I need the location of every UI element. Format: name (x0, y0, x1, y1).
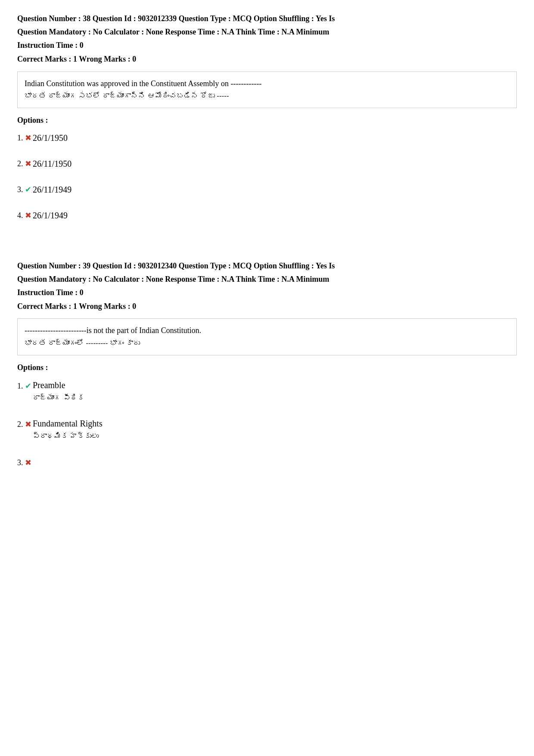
q38-option-2: 2. ✖ 26/11/1950 (17, 157, 517, 171)
q38-option-3-text: 26/11/1949 (33, 183, 71, 196)
q39-option-1-num: 1. ✔ (17, 378, 33, 392)
q38-question-box: Indian Constitution was approved in the … (17, 72, 517, 108)
q39-meta3: Instruction Time : 0 (17, 287, 517, 299)
q39-option-1-text: Preamble రాజ్యాంగ పీఠిక (33, 378, 84, 404)
q39-option-2-num: 2. ✖ (17, 417, 33, 431)
q38-option-1-icon: ✖ (25, 132, 31, 144)
q38-option-4-icon: ✖ (25, 209, 31, 222)
q38-option-4-text: 26/1/1949 (33, 208, 68, 222)
q38-option-3-num: 3. ✔ (17, 183, 33, 196)
q38-question-te: భారత రాజ్యాంగ సభలో రాజ్యాంగాన్ని ఆమోదించ… (25, 90, 509, 103)
q38-option-2-text: 26/11/1950 (33, 157, 71, 171)
q39-option-3: 3. ✖ (17, 455, 517, 469)
q38-option-3-icon: ✔ (25, 184, 31, 196)
q39-meta1: Question Number : 39 Question Id : 90320… (17, 260, 517, 272)
q39-option-2-icon: ✖ (25, 418, 31, 431)
q38-option-3: 3. ✔ 26/11/1949 (17, 183, 517, 196)
q38-option-1-num: 1. ✖ (17, 131, 33, 144)
q38-marks: Correct Marks : 1 Wrong Marks : 0 (17, 53, 517, 65)
q38-option-4: 4. ✖ 26/1/1949 (17, 208, 517, 222)
q38-option-1: 1. ✖ 26/1/1950 (17, 131, 517, 145)
q38-option-2-icon: ✖ (25, 158, 31, 170)
q39-meta2: Question Mandatory : No Calculator : Non… (17, 274, 517, 285)
q38-option-2-num: 2. ✖ (17, 157, 33, 170)
question-39-section: Question Number : 39 Question Id : 90320… (17, 260, 517, 469)
q39-options-label: Options : (17, 361, 517, 374)
q38-meta2: Question Mandatory : No Calculator : Non… (17, 26, 517, 38)
q38-meta1: Question Number : 38 Question Id : 90320… (17, 13, 517, 25)
q39-question-en: ------------------------is not the part … (25, 324, 509, 337)
q38-meta3: Instruction Time : 0 (17, 40, 517, 51)
q39-option-2-text: Fundamental Rights ప్రాథమిక హక్కులు (33, 417, 102, 442)
q39-option-1-icon: ✔ (25, 380, 31, 392)
q39-question-box: ------------------------is not the part … (17, 318, 517, 355)
q39-option-1: 1. ✔ Preamble రాజ్యాంగ పీఠిక (17, 378, 517, 404)
q38-option-1-text: 26/1/1950 (33, 131, 68, 145)
q38-option-4-num: 4. ✖ (17, 208, 33, 222)
q39-option-2: 2. ✖ Fundamental Rights ప్రాథమిక హక్కులు (17, 417, 517, 442)
q39-marks: Correct Marks : 1 Wrong Marks : 0 (17, 300, 517, 313)
q39-option-3-num: 3. ✖ (17, 455, 33, 469)
q39-option-3-icon: ✖ (25, 457, 31, 469)
question-38-section: Question Number : 38 Question Id : 90320… (17, 13, 517, 222)
q39-question-te: భారత రాజ్యాంగంలో --------- భాగం కాదు (25, 337, 509, 350)
q38-options-label: Options : (17, 114, 517, 127)
q38-question-en: Indian Constitution was approved in the … (25, 77, 509, 90)
